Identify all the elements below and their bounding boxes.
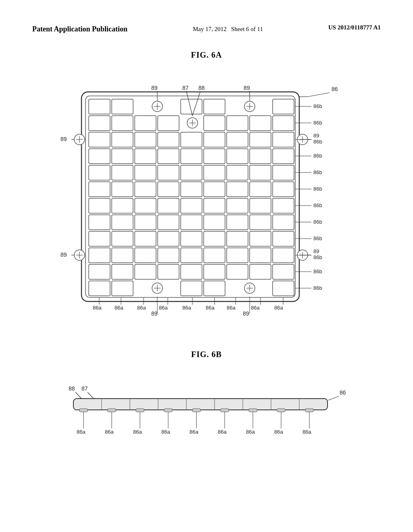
- label-86b-r3: 86b: [313, 153, 322, 159]
- svg-rect-114: [227, 264, 248, 279]
- page: Patent Application Publication May 17, 2…: [0, 0, 413, 532]
- svg-line-181: [88, 392, 94, 399]
- svg-rect-116: [273, 264, 294, 279]
- svg-rect-64: [250, 182, 271, 197]
- label-86a-6b-4: 86a: [190, 429, 198, 435]
- label-86a-c3: 86a: [159, 305, 168, 311]
- svg-rect-16: [158, 116, 179, 131]
- svg-rect-90: [227, 231, 248, 246]
- svg-rect-88: [181, 231, 202, 246]
- svg-rect-21: [227, 116, 248, 131]
- label-86b-r1: 86b: [313, 120, 322, 126]
- svg-rect-108: [89, 264, 110, 279]
- fig6b-diagram: .lbl2 { font-family: Arial, sans-serif; …: [49, 371, 364, 452]
- label-86a-6b-6: 86a: [246, 429, 255, 435]
- svg-rect-3: [112, 99, 133, 114]
- svg-rect-100: [181, 248, 202, 263]
- pub-date: May 17, 2012: [193, 26, 227, 32]
- svg-rect-69: [158, 198, 179, 213]
- svg-rect-97: [112, 248, 133, 263]
- label-86a-6b-2: 86a: [133, 429, 142, 435]
- label-86b-r10: 86b: [313, 268, 322, 274]
- label-89-top-left: 89: [151, 85, 158, 91]
- svg-rect-27: [89, 132, 110, 147]
- svg-rect-59: [135, 182, 156, 197]
- label-86b-r0: 86b: [313, 103, 322, 109]
- svg-rect-96: [89, 248, 110, 263]
- svg-rect-118: [112, 281, 133, 296]
- svg-rect-172: [136, 409, 144, 412]
- svg-rect-111: [158, 264, 179, 279]
- label-88-top: 88: [198, 85, 205, 91]
- svg-rect-53: [204, 165, 225, 180]
- svg-rect-79: [181, 215, 202, 230]
- label-87-top: 87: [182, 85, 189, 91]
- svg-rect-61: [181, 182, 202, 197]
- svg-rect-81: [227, 215, 248, 230]
- svg-rect-117: [89, 281, 110, 296]
- svg-rect-66: [89, 198, 110, 213]
- svg-rect-74: [273, 198, 294, 213]
- svg-rect-35: [273, 132, 294, 147]
- fig6a-title: FIG. 6A: [32, 50, 381, 60]
- label-86a-6b-3: 86a: [161, 429, 170, 435]
- svg-rect-71: [204, 198, 225, 213]
- svg-rect-14: [112, 116, 133, 131]
- label-86b-r6: 86b: [313, 202, 322, 208]
- svg-line-180: [75, 392, 81, 399]
- label-89-bot-right: 89: [243, 310, 249, 317]
- svg-rect-115: [250, 264, 271, 279]
- svg-rect-91: [250, 231, 271, 246]
- svg-rect-47: [273, 149, 294, 164]
- svg-rect-78: [158, 215, 179, 230]
- label-86b-r5: 86b: [313, 186, 322, 192]
- svg-rect-31: [181, 132, 202, 147]
- svg-rect-104: [273, 248, 294, 263]
- svg-rect-80: [204, 215, 225, 230]
- label-89-top-right: 89: [244, 85, 250, 91]
- svg-rect-23: [273, 116, 294, 131]
- svg-rect-113: [204, 264, 225, 279]
- svg-rect-33: [227, 132, 248, 147]
- svg-line-179: [328, 396, 339, 400]
- svg-rect-173: [164, 409, 172, 412]
- svg-rect-103: [250, 248, 271, 263]
- svg-rect-55: [250, 165, 271, 180]
- svg-rect-86: [135, 231, 156, 246]
- svg-rect-175: [221, 409, 229, 412]
- fig6a-diagram: .cell { fill: white; stroke: #555; strok…: [49, 72, 364, 330]
- header: Patent Application Publication May 17, 2…: [32, 24, 381, 34]
- header-right: US 2012/0118777 A1: [328, 24, 381, 31]
- svg-rect-174: [192, 409, 200, 412]
- svg-rect-123: [204, 281, 225, 296]
- svg-rect-161: [73, 399, 327, 410]
- label-86a-c2: 86a: [137, 305, 146, 311]
- svg-rect-92: [273, 231, 294, 246]
- svg-rect-178: [305, 409, 313, 412]
- header-left: Patent Application Publication: [32, 24, 127, 34]
- label-86b-r7: 86b: [313, 219, 322, 225]
- svg-rect-110: [135, 264, 156, 279]
- svg-rect-58: [112, 182, 133, 197]
- label-89-r2: 89: [313, 133, 319, 139]
- svg-rect-42: [158, 149, 179, 164]
- label-86a-c4: 86a: [182, 305, 191, 311]
- svg-rect-52: [181, 165, 202, 180]
- svg-rect-65: [273, 182, 294, 197]
- label-87-6b: 87: [81, 385, 88, 392]
- label-86b-r11: 86b: [313, 285, 322, 291]
- svg-rect-15: [135, 116, 156, 131]
- label-86a-c0: 86a: [93, 305, 102, 311]
- svg-rect-63: [227, 182, 248, 197]
- svg-rect-171: [108, 409, 116, 412]
- svg-rect-177: [277, 409, 285, 412]
- label-86a-c7: 86a: [251, 305, 260, 311]
- label-89-r9: 89: [313, 248, 319, 254]
- patent-number: US 2012/0118777 A1: [328, 24, 381, 31]
- sheet-info: Sheet 6 of 11: [231, 26, 263, 32]
- svg-rect-20: [204, 116, 225, 131]
- svg-rect-48: [89, 165, 110, 180]
- svg-rect-2: [89, 99, 110, 114]
- label-89-left-bottom: 89: [60, 251, 67, 258]
- label-89-bot-left: 89: [151, 310, 158, 317]
